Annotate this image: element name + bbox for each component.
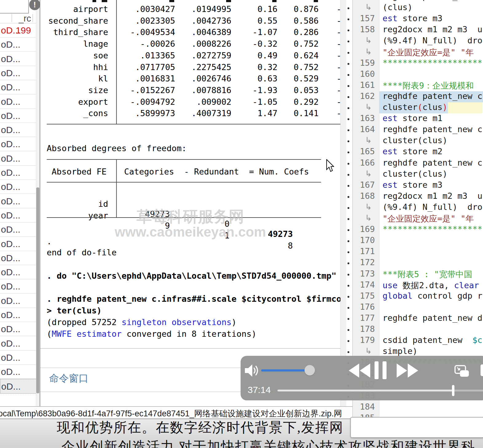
code-line[interactable]: ↳(%9.4f) N_full) dro: [353, 202, 483, 213]
log-end-of-dofile: end of do-file: [47, 248, 117, 257]
code-line[interactable]: 164reghdfe patent_new c: [353, 124, 483, 136]
fast-forward-icon[interactable]: [397, 364, 418, 378]
review-row[interactable]: oD...: [0, 179, 36, 194]
review-row[interactable]: oD...: [0, 165, 36, 180]
table-cell: 0.286: [283, 27, 319, 37]
review-row[interactable]: oD...: [0, 52, 36, 66]
volume-icon[interactable]: [245, 364, 260, 377]
gutter-dot: [348, 351, 349, 353]
code-text: global control gdp r: [383, 291, 482, 301]
review-row[interactable]: oD...: [0, 66, 36, 80]
review-row[interactable]: oD...: [0, 251, 36, 265]
code-line[interactable]: 174use 数据2.dta, clear: [353, 280, 483, 291]
review-row[interactable]: oD...: [0, 123, 36, 137]
code-line[interactable]: ↳(clus): [353, 2, 483, 14]
code-line[interactable]: 170: [353, 235, 483, 246]
pip-icon[interactable]: [454, 365, 469, 377]
review-row[interactable]: oD...: [0, 108, 36, 123]
gutter-dot: [348, 307, 349, 309]
code-line[interactable]: 159********************: [353, 58, 483, 69]
code-line[interactable]: ↳"企业固定效应=是" "年: [353, 47, 483, 58]
review-row[interactable]: oD...: [0, 137, 36, 151]
code-line[interactable]: 157est store m3: [353, 14, 483, 25]
code-text: est store m3: [383, 14, 442, 23]
review-scrollbar-thumb[interactable]: [36, 187, 39, 393]
table-rule: [47, 182, 321, 183]
code-line[interactable]: 166reghdfe patent_new c: [353, 158, 483, 169]
code-line[interactable]: 163est store m1: [353, 113, 483, 124]
dofile-editor[interactable]: 156reghdfe patent_new c↳(clus)157est sto…: [352, 0, 483, 418]
progress-bar-played[interactable]: [277, 390, 453, 391]
review-row[interactable]: oD...: [0, 208, 36, 222]
code-text: reghdfe patent_new c: [383, 158, 482, 167]
line-number: 169: [353, 224, 375, 234]
review-row[interactable]: oD...: [0, 364, 36, 379]
table-cell: 0.053: [283, 85, 319, 95]
code-line[interactable]: ↳cluster(clus): [353, 169, 483, 180]
code-line[interactable]: ↳cluster(clus): [353, 102, 483, 113]
absorbed-numcoefs: 49273: [237, 229, 293, 239]
review-row[interactable]: oD...: [0, 265, 36, 279]
review-row[interactable]: oD...: [0, 151, 36, 166]
table-cell: .2275425: [178, 62, 231, 72]
review-row[interactable]: oD...: [0, 222, 36, 237]
mwfe-estimator-link[interactable]: MWFE estimator: [52, 329, 122, 339]
review-row[interactable]: oD...: [0, 293, 36, 308]
gutter-dot: [348, 229, 349, 231]
code-line[interactable]: 177reghdfe patent_new d: [353, 313, 483, 324]
code-line[interactable]: ↳(%9.4f) N_full) dro: [353, 36, 483, 47]
review-row[interactable]: oD...: [0, 37, 36, 52]
code-line[interactable]: 175global control gdp r: [353, 291, 483, 302]
code-line[interactable]: 178: [353, 324, 483, 335]
review-row[interactable]: oD...: [0, 80, 36, 94]
progress-playhead[interactable]: [452, 385, 454, 396]
singleton-observations-link[interactable]: singleton observations: [122, 317, 232, 327]
code-text: ********************: [383, 224, 482, 234]
code-line[interactable]: 184: [353, 402, 483, 413]
coef-table-row: second_share.0023305.00427360.550.586-.: [40, 16, 340, 26]
code-line[interactable]: 179csdid patent_new $c: [353, 335, 483, 346]
code-line[interactable]: 165est store m2: [353, 147, 483, 158]
code-line[interactable]: 161****附表9：企业规模和: [353, 80, 483, 91]
review-row[interactable]: oD...199: [0, 23, 36, 37]
code-text: cluster(clus): [383, 136, 447, 145]
code-line[interactable]: ↳"企业固定效应=是" "年: [353, 213, 483, 224]
results-scrollbar-track[interactable]: [340, 0, 347, 406]
code-line[interactable]: 176: [353, 302, 483, 313]
volume-knob[interactable]: [304, 365, 315, 375]
code-line[interactable]: 173***附表5 : "宽带中国: [353, 269, 483, 280]
pause-icon[interactable]: [375, 361, 379, 379]
code-line[interactable]: 168reg2docx m1 m2 m3 u: [353, 191, 483, 202]
code-line[interactable]: ↳cluster(clus): [353, 136, 483, 147]
code-line[interactable]: 169********************: [353, 224, 483, 235]
table-cell: 0.529: [283, 74, 319, 84]
review-row[interactable]: oD...: [0, 94, 36, 109]
pause-icon[interactable]: [383, 361, 387, 379]
clipped-player-icon[interactable]: [481, 364, 483, 376]
review-row[interactable]: oD...: [0, 308, 36, 322]
code-line[interactable]: 172: [353, 257, 483, 269]
review-row[interactable]: oD...: [0, 322, 36, 336]
coef-table-row: airport.0030427.01949950.160.876-.: [40, 4, 340, 15]
window-gap-strip: [346, 0, 352, 406]
code-line[interactable]: 156reghdfe patent_new c: [353, 0, 483, 2]
rewind-icon[interactable]: [349, 364, 370, 378]
review-row[interactable]: oD...: [0, 379, 37, 394]
table-cell: -.: [336, 62, 340, 72]
code-line[interactable]: 162reghdfe patent_new c: [353, 91, 483, 102]
progress-bar-remaining[interactable]: [453, 390, 483, 391]
code-line[interactable]: 167est store m3: [353, 180, 483, 191]
code-line[interactable]: 158reg2docx m1 m2 m3 u: [353, 25, 483, 36]
code-line[interactable]: 171: [353, 246, 483, 257]
table-cell: soe: [43, 51, 108, 61]
review-row[interactable]: oD...: [0, 279, 36, 293]
editor-command-box[interactable]: [350, 417, 483, 438]
review-row[interactable]: oD...: [0, 336, 36, 351]
review-row[interactable]: oD...: [0, 194, 36, 208]
volume-slider[interactable]: [261, 369, 311, 371]
line-number: 175: [353, 291, 375, 301]
line-number: 161: [353, 80, 375, 90]
review-row[interactable]: oD...: [0, 237, 36, 251]
code-line[interactable]: 160: [353, 69, 483, 80]
review-row[interactable]: oD...: [0, 350, 36, 365]
